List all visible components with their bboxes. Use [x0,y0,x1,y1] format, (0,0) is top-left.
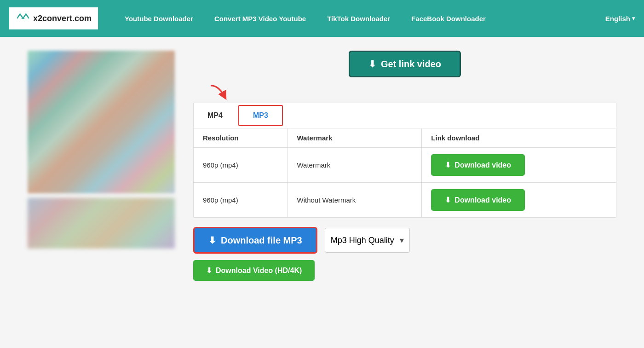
tabs-header: MP4 MP3 [194,103,616,128]
download-video-button-1[interactable]: ⬇ Download video [431,154,525,176]
resolution-cell: 960p (mp4) [194,148,288,183]
col-resolution: Resolution [194,128,288,148]
download-cell-2: ⬇ Download video [422,183,616,218]
dl-hd-icon: ⬇ [206,266,212,275]
watermark-cell: Watermark [288,148,422,183]
language-label: English [605,15,630,23]
download-mp3-button[interactable]: ⬇ Download file MP3 [193,227,317,254]
language-selector[interactable]: English [605,15,635,23]
dropdown-arrow-icon: ▾ [400,235,404,245]
video-thumbnail-secondary [28,198,175,249]
nav-facebook[interactable]: FaceBook Downloader [403,15,494,23]
thumbnail-area [28,51,175,281]
quality-selector[interactable]: Mp3 High Quality ▾ [325,228,410,253]
download-hd-button[interactable]: ⬇ Download Video (HD/4K) [193,260,315,281]
arrow-indicator [207,82,230,100]
get-link-button[interactable]: ⬇ Get link video [349,51,461,77]
table-row: 960p (mp4) Without Watermark ⬇ Download … [194,183,616,218]
watermark-cell-2: Without Watermark [288,183,422,218]
dl-mp3-icon: ⬇ [208,235,216,246]
video-thumbnail-main [28,51,175,193]
download-video-button-2[interactable]: ⬇ Download video [431,189,525,211]
dl-hd-label: Download Video (HD/4K) [216,267,302,275]
arrow-icon [207,82,230,100]
tab-mp4[interactable]: MP4 [194,103,236,128]
tab-mp3[interactable]: MP3 [238,105,283,126]
nav-convert[interactable]: Convert MP3 Video Youtube [206,15,314,23]
col-link-download: Link download [422,128,616,148]
table-row: 960p (mp4) Watermark ⬇ Download video [194,148,616,183]
nav-tiktok[interactable]: TikTok Downloader [319,15,398,23]
controls-area: ⬇ Get link video MP4 MP3 [193,51,616,281]
logo-text: x2convert.com [33,14,92,23]
download-cell: ⬇ Download video [422,148,616,183]
dl-icon-1: ⬇ [445,161,451,169]
dl-mp3-label: Download file MP3 [221,235,302,246]
nav-youtube[interactable]: Youtube Downloader [116,15,201,23]
main-nav: Youtube Downloader Convert MP3 Video You… [116,15,605,23]
mp3-controls: ⬇ Download file MP3 Mp3 High Quality ▾ [193,227,410,254]
header: x2convert.com Youtube Downloader Convert… [0,0,644,37]
resolution-cell-2: 960p (mp4) [194,183,288,218]
logo: x2convert.com [9,7,98,29]
dl-icon-2: ⬇ [445,196,451,204]
get-link-label: Get link video [381,59,441,70]
main-content: ⬇ Get link video MP4 MP3 [0,37,644,295]
format-tabs-container: MP4 MP3 Resolution Watermark [193,103,616,218]
download-table: Resolution Watermark Link download 960p … [194,128,616,217]
logo-icon [16,11,30,26]
download-icon: ⬇ [368,58,376,70]
quality-label: Mp3 High Quality [331,236,394,245]
col-watermark: Watermark [288,128,422,148]
